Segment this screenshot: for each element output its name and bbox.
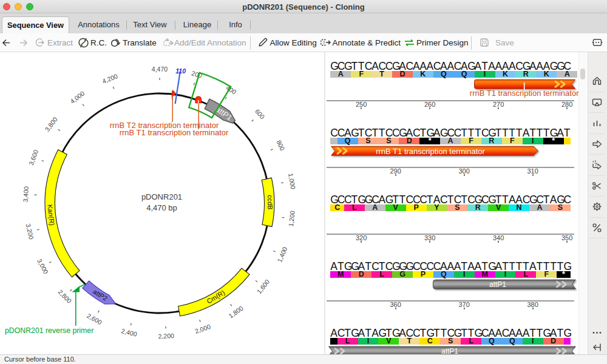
- svg-text:attP1: attP1: [489, 280, 506, 289]
- svg-text:?: ?: [594, 161, 597, 167]
- svg-text:rrnB T1 transcription terminat: rrnB T1 transcription terminator: [470, 89, 579, 98]
- svg-text:rrnB T1 transcription terminat: rrnB T1 transcription terminator: [376, 147, 485, 156]
